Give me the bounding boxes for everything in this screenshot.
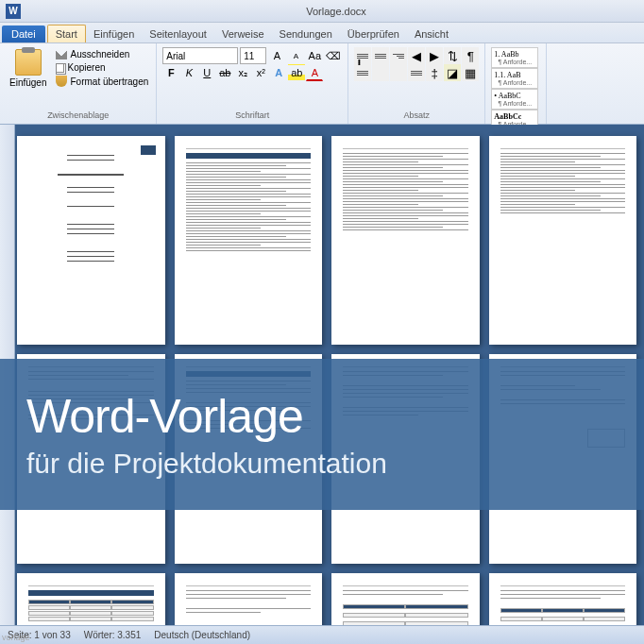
justify-button[interactable] — [408, 64, 425, 81]
shrink-font-button[interactable]: A — [287, 47, 304, 64]
sort-button[interactable]: ⇅ — [444, 47, 461, 64]
increase-indent-button[interactable]: ▶ — [426, 47, 443, 64]
style-preview: • AaBbC — [494, 92, 535, 100]
show-marks-button[interactable]: ¶ — [462, 47, 479, 64]
style-name: ¶ Anforde... — [494, 100, 535, 107]
shading-button[interactable]: ◪ — [444, 64, 461, 81]
copy-icon — [56, 63, 64, 73]
paste-button[interactable]: Einfügen — [6, 47, 50, 90]
file-tab[interactable]: Datei — [2, 25, 45, 42]
font-size-select[interactable] — [240, 47, 266, 64]
cut-label: Ausschneiden — [70, 49, 129, 59]
align-right-button[interactable] — [390, 64, 407, 81]
change-case-button[interactable]: Aa — [306, 47, 323, 64]
tab-view[interactable]: Ansicht — [407, 25, 456, 42]
style-tile-2[interactable]: 1.1. AaB ¶ Anforde... — [491, 68, 538, 89]
decrease-indent-button[interactable]: ◀ — [408, 47, 425, 64]
grow-font-button[interactable]: A — [268, 47, 285, 64]
style-name: ¶ Anforde... — [494, 79, 535, 86]
tab-mailings[interactable]: Sendungen — [272, 25, 340, 42]
styles-group: 1. AaBb ¶ Anforde... 1.1. AaB ¶ Anforde.… — [485, 43, 547, 124]
paragraph-group-label: Absatz — [354, 110, 479, 120]
page-thumbnail[interactable] — [331, 136, 480, 345]
page-thumbnail[interactable] — [331, 573, 480, 625]
overlay-subtitle: für die Projektdokumentation — [26, 448, 644, 480]
style-preview: 1. AaBb — [494, 50, 535, 59]
font-color-button[interactable]: A — [306, 64, 323, 81]
paste-label: Einfügen — [9, 77, 46, 88]
ribbon-tabs: Datei Start Einfügen Seitenlayout Verwei… — [0, 23, 644, 43]
bold-button[interactable]: F — [162, 64, 179, 81]
tab-insert[interactable]: Einfügen — [86, 25, 142, 42]
format-painter-label: Format übertragen — [70, 76, 148, 87]
borders-button[interactable]: ▦ — [462, 64, 479, 81]
style-preview: 1.1. AaB — [494, 71, 535, 79]
font-group: A A Aa ⌫ F K U ab x₂ x² A ab A Schriftar… — [157, 43, 348, 124]
page-thumbnail[interactable] — [175, 573, 323, 625]
style-tile-1[interactable]: 1. AaBb ¶ Anforde... — [491, 47, 538, 68]
page-thumbnail[interactable] — [489, 136, 637, 345]
watermark: vorlage — [2, 633, 30, 642]
italic-button[interactable]: K — [180, 64, 197, 81]
superscript-button[interactable]: x² — [252, 64, 269, 81]
font-group-label: Schriftart — [162, 110, 342, 120]
document-title: Vorlage.docx — [28, 6, 644, 17]
page-thumbnail[interactable] — [17, 573, 165, 625]
copy-button[interactable]: Kopieren — [54, 61, 150, 74]
page-thumbnail[interactable] — [17, 136, 165, 345]
tab-review[interactable]: Überprüfen — [340, 25, 407, 42]
subscript-button[interactable]: x₂ — [234, 64, 251, 81]
titlebar: W Vorlage.docx — [0, 0, 644, 23]
tab-references[interactable]: Verweise — [214, 25, 272, 42]
style-name: ¶ Anforde... — [494, 59, 535, 65]
highlight-button[interactable]: ab — [288, 64, 305, 81]
tab-pagelayout[interactable]: Seitenlayout — [142, 25, 214, 42]
text-effects-button[interactable]: A — [270, 64, 287, 81]
status-language[interactable]: Deutsch (Deutschland) — [154, 630, 250, 640]
page-logo — [141, 145, 156, 155]
align-center-button[interactable] — [372, 64, 389, 81]
page-thumbnail[interactable] — [175, 136, 323, 345]
brush-icon — [56, 76, 67, 87]
multilevel-button[interactable] — [390, 47, 407, 64]
copy-label: Kopieren — [67, 62, 105, 73]
align-left-button[interactable] — [354, 64, 371, 81]
tab-start[interactable]: Start — [47, 25, 86, 42]
clipboard-group-label: Zwischenablage — [6, 110, 150, 120]
format-painter-button[interactable]: Format übertragen — [54, 75, 150, 88]
overlay-banner: Word-Vorlage für die Projektdokumentatio… — [0, 359, 644, 510]
word-app-icon: W — [6, 4, 21, 19]
style-preview: AaBbCc — [494, 112, 535, 121]
bullets-button[interactable] — [354, 47, 371, 64]
paste-icon — [15, 49, 42, 76]
clipboard-group: Einfügen Ausschneiden Kopieren Format üb… — [0, 43, 157, 124]
strikethrough-button[interactable]: ab — [216, 64, 233, 81]
cut-icon — [56, 48, 67, 59]
numbering-button[interactable] — [372, 47, 389, 64]
statusbar: Seite: 1 von 33 Wörter: 3.351 Deutsch (D… — [0, 625, 644, 644]
style-tile-3[interactable]: • AaBbC ¶ Anforde... — [491, 89, 538, 110]
ribbon: Einfügen Ausschneiden Kopieren Format üb… — [0, 43, 644, 125]
clear-formatting-button[interactable]: ⌫ — [325, 47, 342, 64]
underline-button[interactable]: U — [198, 64, 215, 81]
overlay-title: Word-Vorlage — [26, 389, 644, 444]
font-name-select[interactable] — [162, 47, 238, 64]
status-words[interactable]: Wörter: 3.351 — [84, 630, 142, 640]
line-spacing-button[interactable]: ‡ — [426, 64, 443, 81]
page-thumbnail[interactable] — [489, 573, 637, 625]
cut-button[interactable]: Ausschneiden — [54, 47, 150, 60]
paragraph-group: ◀ ▶ ⇅ ¶ ‡ ◪ ▦ Absatz — [348, 43, 485, 124]
